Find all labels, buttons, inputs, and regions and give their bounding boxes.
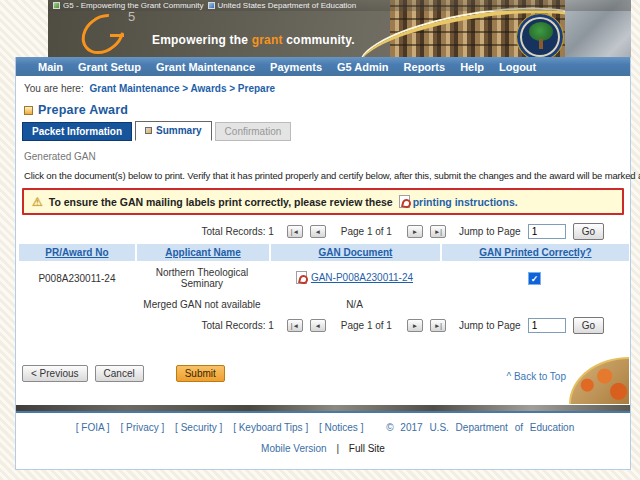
cancel-button[interactable]: Cancel	[95, 365, 144, 382]
ed-page-icon	[208, 2, 215, 9]
go-button[interactable]: Go	[573, 223, 604, 240]
jump-to-page-label: Jump to Page	[459, 226, 521, 237]
total-records-text: Total Records:	[202, 226, 266, 237]
next-page-button[interactable]: ►	[407, 319, 423, 332]
title-tab-ed-label: United States Department of Education	[218, 1, 357, 10]
nav-item-main[interactable]: Main	[38, 61, 63, 73]
header-gan-document[interactable]: GAN Document	[319, 247, 393, 258]
site-version-row: Mobile Version | Full Site	[16, 443, 630, 454]
printing-instructions-link[interactable]: printing instructions.	[399, 195, 518, 208]
page-title: Prepare Award	[38, 103, 128, 117]
breadcrumb-path[interactable]: Grant Maintenance > Awards > Prepare	[89, 83, 275, 94]
pagination-top: Total Records: 1 |◄ ◄ Page 1 of 1 ► ►| J…	[16, 220, 630, 243]
footer-link-privacy[interactable]: [ Privacy ]	[120, 422, 164, 433]
tab-summary[interactable]: Summary	[135, 121, 212, 141]
tab-packet-information[interactable]: Packet Information	[22, 122, 132, 141]
cell-applicant-name: Northern Theological Seminary	[135, 261, 269, 293]
header-applicant-name[interactable]: Applicant Name	[165, 247, 241, 258]
section-label: Generated GAN	[24, 151, 630, 162]
gan-document-link[interactable]: GAN-P008A230011-24	[296, 271, 413, 284]
header-pr-award-no[interactable]: PR/Award No	[45, 247, 108, 258]
breadcrumb: You are here: Grant Maintenance > Awards…	[16, 76, 630, 98]
tagline: Empowering the grant community.	[152, 33, 355, 47]
first-page-button[interactable]: |◄	[287, 225, 303, 238]
total-records-text: Total Records:	[202, 320, 266, 331]
title-tab-ed: United States Department of Education	[208, 1, 357, 10]
cell-gan-document: GAN-P008A230011-24	[269, 261, 440, 293]
pagination-bottom: Total Records: 1 |◄ ◄ Page 1 of 1 ► ►| J…	[16, 314, 630, 337]
nav-item-grant-maintenance[interactable]: Grant Maintenance	[156, 61, 255, 73]
gan-document-label: GAN-P008A230011-24	[311, 272, 413, 283]
nav-item-reports[interactable]: Reports	[404, 61, 446, 73]
full-site-label: Full Site	[349, 443, 385, 454]
footer-image-strip	[16, 405, 630, 413]
page-body: Main Grant Setup Grant Maintenance Payme…	[15, 57, 631, 470]
title-tab-g5: G5 - Empowering the Grant Community	[53, 1, 204, 10]
footer-link-keyboard-tips[interactable]: [ Keyboard Tips ]	[233, 422, 308, 433]
copyright: © 2017 U.S. Department of Education	[386, 422, 574, 433]
page-title-row: Prepare Award	[24, 103, 630, 117]
page-of-label: Page 1 of 1	[341, 226, 392, 237]
nav-item-logout[interactable]: Logout	[499, 61, 536, 73]
back-to-top-label: Back to Top	[514, 371, 566, 382]
previous-page-button[interactable]: ◄	[310, 319, 326, 332]
gan-printed-checkbox[interactable]: ✓	[528, 272, 541, 285]
last-page-button[interactable]: ►|	[430, 319, 446, 332]
total-records-label: Total Records: 1	[202, 320, 274, 331]
g5-logo-five: 5	[128, 9, 135, 24]
page-of-label: Page 1 of 1	[341, 320, 392, 331]
g5-logo-icon	[74, 6, 132, 57]
jump-to-page-label: Jump to Page	[459, 320, 521, 331]
window-title-bar: G5 - Empowering the Grant Community Unit…	[48, 0, 631, 11]
cell-gan-printed	[440, 293, 629, 314]
cell-gan-document: N/A	[269, 293, 440, 314]
gan-table: PR/Award No Applicant Name GAN Document …	[19, 244, 629, 314]
cell-pr-award-no: P008A230011-24	[19, 261, 135, 293]
tab-confirmation: Confirmation	[215, 122, 292, 141]
cell-gan-printed: ✓	[440, 261, 629, 293]
previous-page-button[interactable]: ◄	[310, 225, 326, 238]
caret-up-icon: ^	[506, 371, 511, 382]
department-of-education-seal-icon	[516, 13, 564, 57]
warning-box: ⚠ To ensure the GAN mailing labels print…	[22, 188, 624, 215]
jump-to-page-input[interactable]	[528, 318, 566, 333]
next-page-button[interactable]: ►	[407, 225, 423, 238]
footer-links: [ FOIA ] [ Privacy ] [ Security ] [ Keyb…	[16, 422, 630, 433]
first-page-button[interactable]: |◄	[287, 319, 303, 332]
table-row: Merged GAN not available N/A	[19, 293, 629, 314]
total-records-value: 1	[268, 226, 274, 237]
footer-link-security[interactable]: [ Security ]	[175, 422, 222, 433]
cell-applicant-name: Merged GAN not available	[135, 293, 269, 314]
submit-button[interactable]: Submit	[176, 365, 225, 382]
jump-to-page-input[interactable]	[528, 224, 566, 239]
summary-tab-icon	[145, 127, 152, 134]
cell-pr-award-no	[19, 293, 135, 314]
nav-item-grant-setup[interactable]: Grant Setup	[78, 61, 141, 73]
total-records-label: Total Records: 1	[202, 226, 274, 237]
version-separator: |	[336, 443, 339, 454]
nav-item-g5-admin[interactable]: G5 Admin	[337, 61, 389, 73]
tagline-post: community.	[283, 33, 355, 47]
mobile-version-link[interactable]: Mobile Version	[261, 443, 327, 454]
total-records-value: 1	[268, 320, 274, 331]
g5-logo-bar	[110, 34, 124, 37]
nav-item-help[interactable]: Help	[460, 61, 484, 73]
warning-text: To ensure the GAN mailing labels print c…	[49, 196, 393, 208]
instructions-text: Click on the document(s) below to print.…	[24, 170, 630, 181]
pdf-icon	[296, 271, 307, 284]
back-to-top-link[interactable]: ^ Back to Top	[506, 371, 566, 382]
nav-item-payments[interactable]: Payments	[270, 61, 322, 73]
tagline-accent: grant	[252, 33, 283, 47]
breadcrumb-prefix: You are here:	[24, 83, 84, 94]
footer-link-foia[interactable]: [ FOIA ]	[76, 422, 110, 433]
footer-link-notices[interactable]: [ Notices ]	[319, 422, 363, 433]
warning-icon: ⚠	[32, 197, 43, 207]
last-page-button[interactable]: ►|	[430, 225, 446, 238]
printing-instructions-label: printing instructions.	[413, 196, 518, 208]
tagline-pre: Empowering the	[152, 33, 252, 47]
table-header-row: PR/Award No Applicant Name GAN Document …	[19, 244, 629, 261]
previous-button[interactable]: < Previous	[22, 365, 88, 382]
tab-bar: Packet Information Summary Confirmation	[16, 121, 630, 141]
go-button[interactable]: Go	[573, 317, 604, 334]
header-gan-printed[interactable]: GAN Printed Correctly?	[479, 247, 591, 258]
